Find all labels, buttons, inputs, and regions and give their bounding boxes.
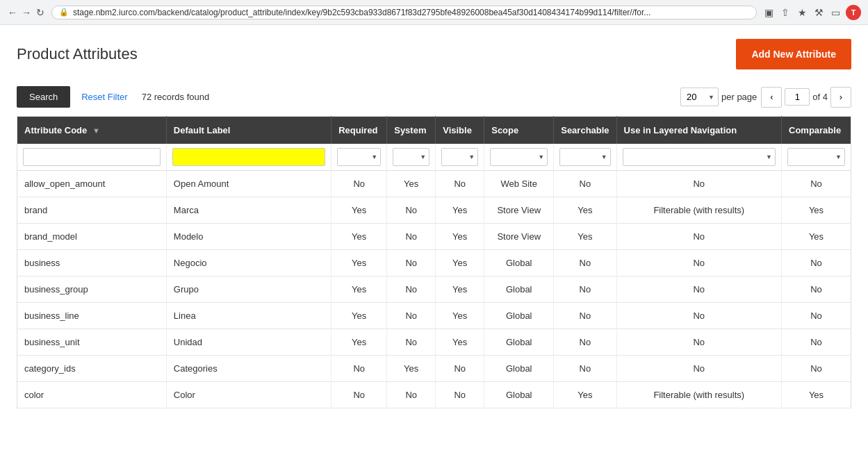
filter-system[interactable]: YesNo bbox=[387, 144, 436, 171]
url-bar[interactable]: 🔒 stage.nbm2.iurco.com/backend/catalog/p… bbox=[51, 6, 757, 19]
table-row: brand_modelModeloYesNoYesStore ViewYesNo… bbox=[17, 224, 851, 250]
table-cell-default-label: Linea bbox=[166, 303, 331, 329]
filter-comparable-select-wrapper[interactable]: YesNo bbox=[787, 148, 845, 166]
prev-page-button[interactable]: ‹ bbox=[761, 87, 782, 108]
filter-comparable[interactable]: YesNo bbox=[782, 144, 851, 171]
reload-icon[interactable]: ↻ bbox=[35, 7, 46, 18]
filter-searchable-select[interactable]: YesNo bbox=[559, 148, 610, 166]
extensions-icon[interactable]: ⚒ bbox=[812, 6, 825, 19]
back-icon[interactable]: ← bbox=[7, 7, 18, 18]
filter-scope[interactable]: GlobalStore ViewWeb Site bbox=[484, 144, 554, 171]
filter-required-select[interactable]: YesNo bbox=[337, 148, 381, 166]
table-cell-scope: Store View bbox=[484, 224, 554, 250]
col-header-required[interactable]: Required bbox=[331, 117, 387, 144]
table-cell-visible: Yes bbox=[436, 276, 484, 303]
col-header-default-label[interactable]: Default Label bbox=[166, 117, 331, 144]
per-page-dropdown[interactable]: 20 30 50 bbox=[680, 88, 719, 106]
col-header-system[interactable]: System bbox=[387, 117, 436, 144]
filter-layered-nav[interactable]: NoFilterable (with results) bbox=[616, 144, 781, 171]
table-cell-layered-nav: No bbox=[616, 171, 781, 197]
filter-attribute-code[interactable] bbox=[17, 144, 167, 171]
page-header: Product Attributes Add New Attribute bbox=[17, 39, 851, 69]
table-cell-scope: Global bbox=[484, 356, 554, 382]
col-header-attribute-code[interactable]: Attribute Code ▼ bbox=[17, 117, 167, 144]
col-header-comparable[interactable]: Comparable bbox=[782, 117, 851, 144]
filter-required-select-wrapper[interactable]: YesNo bbox=[337, 148, 381, 166]
page-number-input[interactable] bbox=[785, 88, 810, 106]
table-cell-visible: Yes bbox=[436, 303, 484, 329]
table-cell-required: Yes bbox=[331, 197, 387, 224]
table-cell-comparable: No bbox=[782, 276, 851, 303]
table-cell-required: Yes bbox=[331, 224, 387, 250]
table-cell-required: No bbox=[331, 171, 387, 197]
table-body: allow_open_amountOpen AmountNoYesNoWeb S… bbox=[17, 171, 851, 408]
search-button[interactable]: Search bbox=[17, 86, 70, 108]
next-page-button[interactable]: › bbox=[830, 87, 851, 108]
table-cell-required: Yes bbox=[331, 250, 387, 276]
reset-filter-link[interactable]: Reset Filter bbox=[81, 92, 127, 102]
filter-default-label-input[interactable] bbox=[172, 148, 325, 166]
table-cell-system: No bbox=[387, 224, 436, 250]
table-cell-default-label: Negocio bbox=[166, 250, 331, 276]
filter-visible-select[interactable]: YesNo bbox=[441, 148, 478, 166]
col-header-searchable[interactable]: Searchable bbox=[554, 117, 616, 144]
col-header-layered-nav[interactable]: Use in Layered Navigation bbox=[616, 117, 781, 144]
screenshot-icon[interactable]: ▣ bbox=[762, 6, 775, 19]
table-row: business_lineLineaYesNoYesGlobalNoNoNo bbox=[17, 303, 851, 329]
table-row: business_groupGrupoYesNoYesGlobalNoNoNo bbox=[17, 276, 851, 303]
filter-comparable-select[interactable]: YesNo bbox=[787, 148, 845, 166]
table-cell-scope: Store View bbox=[484, 197, 554, 224]
window-icon[interactable]: ▭ bbox=[829, 6, 842, 19]
forward-icon[interactable]: → bbox=[21, 7, 32, 18]
filter-searchable-select-wrapper[interactable]: YesNo bbox=[559, 148, 610, 166]
table-cell-default-label: Modelo bbox=[166, 224, 331, 250]
table-cell-visible: Yes bbox=[436, 224, 484, 250]
filter-required[interactable]: YesNo bbox=[331, 144, 387, 171]
filter-system-select-wrapper[interactable]: YesNo bbox=[393, 148, 429, 166]
filter-visible-select-wrapper[interactable]: YesNo bbox=[441, 148, 478, 166]
per-page-select: 20 30 50 per page bbox=[680, 88, 757, 106]
records-count: 72 records found bbox=[142, 92, 210, 102]
filter-scope-select[interactable]: GlobalStore ViewWeb Site bbox=[490, 148, 548, 166]
filter-layered-nav-select[interactable]: NoFilterable (with results) bbox=[623, 148, 776, 166]
table-cell-attr-code: business bbox=[17, 250, 167, 276]
filter-default-label[interactable] bbox=[166, 144, 331, 171]
table-cell-system: No bbox=[387, 197, 436, 224]
table-cell-scope: Global bbox=[484, 329, 554, 356]
table-cell-system: Yes bbox=[387, 171, 436, 197]
table-cell-visible: No bbox=[436, 382, 484, 408]
table-cell-attr-code: business_group bbox=[17, 276, 167, 303]
per-page-label: per page bbox=[721, 92, 757, 102]
col-header-visible[interactable]: Visible bbox=[436, 117, 484, 144]
per-page-select-input[interactable]: 20 30 50 bbox=[680, 88, 719, 106]
filter-visible[interactable]: YesNo bbox=[436, 144, 484, 171]
page-total: of 4 bbox=[812, 92, 828, 102]
table-cell-searchable: Yes bbox=[554, 382, 616, 408]
table-cell-attr-code: color bbox=[17, 382, 167, 408]
table-cell-system: Yes bbox=[387, 356, 436, 382]
table-cell-system: No bbox=[387, 382, 436, 408]
table-cell-visible: Yes bbox=[436, 197, 484, 224]
table-cell-required: Yes bbox=[331, 303, 387, 329]
star-icon[interactable]: ★ bbox=[796, 6, 808, 19]
table-cell-attr-code: business_line bbox=[17, 303, 167, 329]
table-cell-visible: No bbox=[436, 171, 484, 197]
page-nav: ‹ of 4 › bbox=[761, 87, 851, 108]
table-cell-searchable: No bbox=[554, 303, 616, 329]
filter-searchable[interactable]: YesNo bbox=[554, 144, 616, 171]
table-cell-attr-code: brand bbox=[17, 197, 167, 224]
table-cell-attr-code: allow_open_amount bbox=[17, 171, 167, 197]
col-header-scope[interactable]: Scope bbox=[484, 117, 554, 144]
table-cell-attr-code: category_ids bbox=[17, 356, 167, 382]
share-icon[interactable]: ⇧ bbox=[779, 6, 792, 19]
table-cell-attr-code: brand_model bbox=[17, 224, 167, 250]
filter-scope-select-wrapper[interactable]: GlobalStore ViewWeb Site bbox=[490, 148, 548, 166]
table-cell-system: No bbox=[387, 276, 436, 303]
table-cell-default-label: Grupo bbox=[166, 276, 331, 303]
filter-system-select[interactable]: YesNo bbox=[393, 148, 429, 166]
add-new-attribute-button[interactable]: Add New Attribute bbox=[736, 39, 851, 69]
filter-layered-nav-select-wrapper[interactable]: NoFilterable (with results) bbox=[623, 148, 776, 166]
filter-attribute-code-input[interactable] bbox=[23, 148, 161, 166]
avatar[interactable]: T bbox=[846, 5, 861, 20]
table-row: colorColorNoNoNoGlobalYesFilterable (wit… bbox=[17, 382, 851, 408]
